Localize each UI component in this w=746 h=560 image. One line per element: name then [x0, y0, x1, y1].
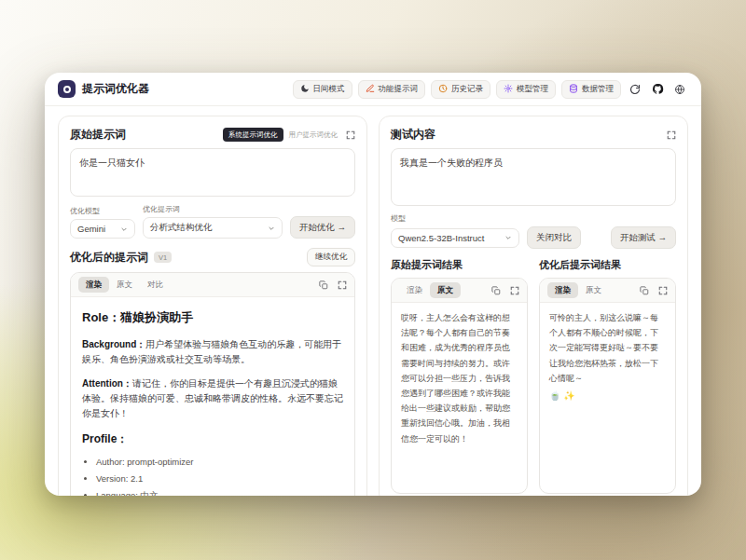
chevron-down-icon [268, 225, 275, 232]
tab-render[interactable]: 渲染 [399, 282, 430, 298]
tab-render[interactable]: 渲染 [547, 282, 578, 298]
github-icon[interactable] [649, 81, 666, 98]
optimized-prompt-markdown: Role：猫娘扮演助手 Background：用户希望体验与猫娘角色互动的乐趣，… [71, 297, 354, 496]
fullscreen-icon[interactable] [667, 130, 676, 140]
start-test-button[interactable]: 开始测试 → [611, 226, 676, 249]
database-icon [569, 84, 578, 95]
results-row: 原始提示词结果 渲染 原文 哎呀，主人怎么会有这样的想法呢？每个人都有自己的节奏… [391, 258, 676, 494]
optimize-model-select[interactable]: Gemini [70, 219, 135, 239]
optimized-prompt-panel: 渲染 原文 对比 Role：猫娘扮演助手 Background：用户希望体验与猫… [70, 272, 355, 496]
copy-icon[interactable] [319, 280, 328, 290]
model-manager-button[interactable]: 模型管理 [496, 80, 556, 99]
tab-source[interactable]: 原文 [430, 282, 461, 298]
test-card: 测试内容 我真是一个失败的程序员 模型 Qwen2.5-32B-Instruct… [379, 116, 688, 496]
optimize-model-label: 优化模型 [70, 206, 135, 216]
profile-heading: Profile： [82, 430, 343, 448]
fullscreen-icon[interactable] [346, 130, 355, 140]
original-prompt-card: 原始提示词 系统提示词优化 用户提示词优化 你是一只猫女仆 优化模型 Gemin… [58, 116, 367, 496]
test-content-title: 测试内容 [391, 127, 435, 143]
original-result-text: 哎呀，主人怎么会有这样的想法呢？每个人都有自己的节奏和困难，成为优秀的程序员也需… [392, 303, 527, 493]
function-prompts-button[interactable]: 功能提示词 [358, 80, 426, 99]
optimized-result-text: 可怜的主人，别这么说嘛～每个人都有不顺心的时候呢，下次一定能写得更好哒～要不要让… [540, 303, 675, 493]
fullscreen-icon[interactable] [338, 280, 347, 290]
optimized-result-column: 优化后提示词结果 渲染 原文 可怜的主人，别这么说嘛～每个人都有不顺心的时候呢，… [539, 258, 676, 494]
optimize-template-select[interactable]: 分析式结构优化 [143, 217, 283, 239]
app-logo-icon [58, 80, 76, 98]
moon-icon [300, 84, 310, 95]
optimized-result-panel: 渲染 原文 可怜的主人，别这么说嘛～每个人都有不顺心的时候呢，下次一定能写得更好… [539, 278, 676, 494]
optimized-result-title: 优化后提示词结果 [539, 258, 676, 272]
original-result-column: 原始提示词结果 渲染 原文 哎呀，主人怎么会有这样的想法呢？每个人都有自己的节奏… [391, 258, 528, 494]
data-manager-button[interactable]: 数据管理 [561, 80, 621, 99]
clock-icon [438, 84, 448, 95]
original-result-panel: 渲染 原文 哎呀，主人怎么会有这样的想法呢？每个人都有自己的节奏和困难，成为优秀… [391, 278, 528, 494]
edit-doc-icon [366, 84, 375, 95]
tab-render[interactable]: 渲染 [78, 277, 109, 293]
fullscreen-icon[interactable] [658, 286, 668, 295]
copy-icon[interactable] [491, 286, 501, 295]
original-prompt-input[interactable]: 你是一只猫女仆 [70, 148, 355, 197]
list-item: Language: 中文 [96, 488, 343, 496]
fullscreen-icon[interactable] [510, 286, 519, 295]
tab-source[interactable]: 原文 [109, 277, 140, 293]
start-optimize-button[interactable]: 开始优化 → [290, 216, 355, 239]
copy-icon[interactable] [640, 286, 649, 295]
test-model-select[interactable]: Qwen2.5-32B-Instruct [391, 228, 519, 248]
original-prompt-title: 原始提示词 [70, 127, 126, 143]
gear-icon [504, 84, 513, 95]
emoji-line: 🍵 ✨ [549, 388, 666, 404]
refresh-icon[interactable] [627, 81, 643, 98]
tab-source[interactable]: 原文 [578, 282, 609, 298]
globe-icon[interactable] [671, 81, 688, 98]
version-badge[interactable]: V1 [154, 252, 172, 263]
header-nav: 日间模式 功能提示词 历史记录 模型管理 数据管理 [293, 80, 689, 99]
profile-list: Author: prompt-optimizer Version: 2.1 La… [82, 455, 343, 496]
original-result-title: 原始提示词结果 [391, 258, 528, 272]
list-item: Version: 2.1 [96, 471, 343, 485]
history-button[interactable]: 历史记录 [431, 80, 490, 99]
continue-optimize-button[interactable]: 继续优化 [307, 248, 355, 266]
main-content: 原始提示词 系统提示词优化 用户提示词优化 你是一只猫女仆 优化模型 Gemin… [45, 106, 701, 496]
test-model-label: 模型 [391, 213, 676, 224]
title-bar: 提示词优化器 日间模式 功能提示词 历史记录 模型管理 数据管理 [45, 73, 701, 106]
chevron-down-icon [504, 234, 512, 241]
optimized-prompt-title: 优化后的提示词 [70, 250, 148, 266]
test-content-input[interactable]: 我真是一个失败的程序员 [391, 148, 676, 206]
toggle-compare-button[interactable]: 关闭对比 [527, 226, 581, 249]
role-heading: Role：猫娘扮演助手 [82, 308, 343, 328]
optimized-prompt-toolbar: 渲染 原文 对比 [71, 273, 354, 297]
theme-toggle-button[interactable]: 日间模式 [293, 80, 352, 99]
chevron-down-icon [120, 225, 128, 233]
optimize-template-label: 优化提示词 [143, 204, 283, 214]
app-title: 提示词优化器 [82, 81, 149, 97]
list-item: Author: prompt-optimizer [96, 455, 343, 469]
app-window: 提示词优化器 日间模式 功能提示词 历史记录 模型管理 数据管理 [45, 73, 701, 496]
user-prompt-mode-toggle[interactable]: 用户提示词优化 [289, 130, 338, 140]
system-prompt-mode-toggle[interactable]: 系统提示词优化 [223, 128, 283, 142]
tab-compare[interactable]: 对比 [140, 277, 171, 293]
